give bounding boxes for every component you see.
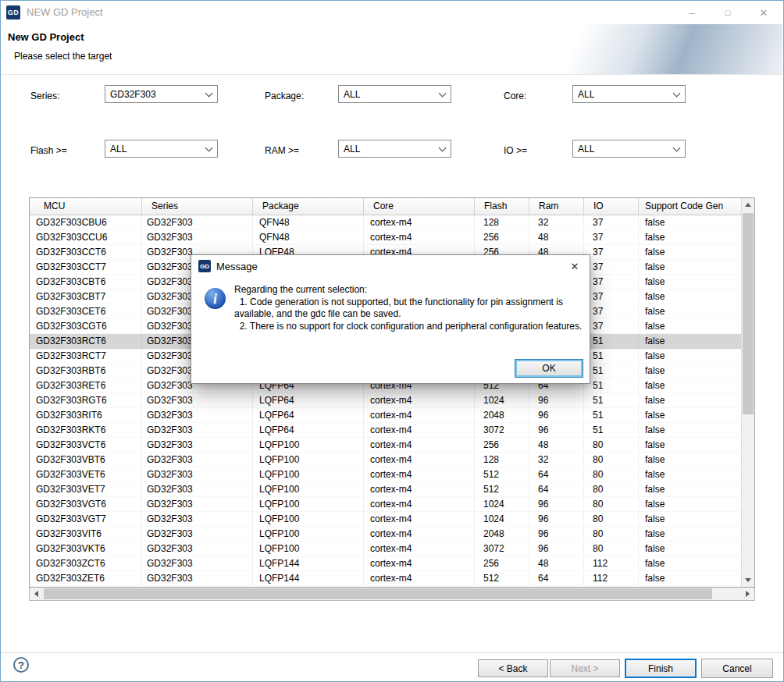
core-select[interactable]: ALL (572, 85, 686, 103)
table-cell: GD32F303 (142, 542, 253, 556)
series-value: GD32F303 (105, 89, 201, 100)
table-cell: cortex-m4 (364, 408, 475, 423)
table-row[interactable]: GD32F303VET6GD32F303LQFP100cortex-m45126… (30, 467, 754, 482)
io-select[interactable]: ALL (572, 140, 686, 158)
table-row[interactable]: GD32F303RGT6GD32F303LQFP64cortex-m410249… (30, 393, 754, 408)
table-row[interactable]: GD32F303ZET6GD32F303LQFP144cortex-m45126… (30, 571, 754, 586)
flash-label: Flash >= (30, 145, 67, 156)
table-row[interactable]: GD32F303CBU6GD32F303QFN48cortex-m4128323… (30, 215, 754, 230)
table-cell: 96 (529, 393, 584, 408)
column-header-series[interactable]: Series (142, 198, 253, 215)
table-row[interactable]: GD32F303VET7GD32F303LQFP100cortex-m45126… (30, 482, 754, 497)
app-logo-icon: GD (6, 5, 20, 20)
table-row[interactable]: GD32F303RIT6GD32F303LQFP64cortex-m420489… (30, 408, 754, 423)
table-row[interactable]: GD32F303VCT6GD32F303LQFP100cortex-m42564… (30, 438, 754, 453)
table-cell: false (639, 497, 743, 512)
core-label: Core: (504, 91, 526, 101)
table-cell: GD32F303 (142, 571, 253, 586)
table-cell: GD32F303VIT6 (30, 527, 142, 542)
scroll-down-icon[interactable] (742, 574, 754, 587)
horizontal-scrollbar[interactable] (29, 588, 755, 601)
table-cell: 51 (584, 349, 639, 364)
scroll-right-icon[interactable] (741, 588, 754, 600)
table-cell: GD32F303 (142, 215, 253, 230)
page-subtitle: Please select the target (14, 51, 112, 62)
column-header-io[interactable]: IO (584, 198, 639, 215)
package-select[interactable]: ALL (338, 85, 451, 103)
table-row[interactable]: GD32F303VBT6GD32F303LQFP100cortex-m41283… (30, 453, 754, 467)
chevron-down-icon (434, 140, 451, 157)
column-header-package[interactable]: Package (253, 198, 364, 215)
table-cell: GD32F303VET6 (30, 467, 142, 482)
close-icon[interactable]: ✕ (746, 1, 782, 24)
footer-divider (1, 652, 783, 653)
table-row[interactable]: GD32F303VIT6GD32F303LQFP100cortex-m42048… (30, 527, 754, 542)
title-bar: GD NEW GD Project – □ ✕ (1, 1, 783, 24)
table-cell: GD32F303 (142, 512, 253, 527)
table-cell: 96 (529, 542, 584, 556)
column-header-flash[interactable]: Flash (475, 198, 529, 215)
table-cell: GD32F303CGT6 (30, 319, 142, 334)
next-button[interactable]: Next > (550, 659, 620, 677)
page-title: New GD Project (8, 31, 84, 43)
io-value: ALL (573, 144, 668, 155)
cancel-button[interactable]: Cancel (701, 659, 773, 678)
column-header-ram[interactable]: Ram (529, 198, 584, 215)
table-cell: 96 (529, 423, 584, 438)
table-cell: 37 (584, 289, 639, 304)
dialog-title-bar: GD Message ✕ (191, 255, 590, 278)
table-cell: cortex-m4 (364, 482, 475, 497)
table-cell: 112 (584, 571, 639, 586)
table-cell: false (639, 319, 743, 334)
dialog-close-icon[interactable]: ✕ (563, 255, 586, 278)
table-row[interactable]: GD32F303VKT6GD32F303LQFP100cortex-m43072… (30, 542, 754, 556)
minimize-icon[interactable]: – (674, 1, 710, 24)
flash-select[interactable]: ALL (105, 140, 218, 158)
maximize-icon[interactable]: □ (710, 1, 746, 24)
table-cell: 32 (529, 215, 584, 230)
table-row[interactable]: GD32F303VGT7GD32F303LQFP100cortex-m41024… (30, 512, 754, 527)
table-cell: GD32F303 (142, 556, 253, 571)
ram-select[interactable]: ALL (338, 140, 451, 158)
table-cell: QFN48 (253, 215, 364, 230)
table-cell: 96 (529, 408, 584, 423)
table-cell: 37 (584, 230, 639, 245)
table-cell: GD32F303RCT7 (30, 349, 142, 364)
column-header-support-code-gen[interactable]: Support Code Gen (639, 198, 743, 215)
back-button[interactable]: < Back (478, 659, 548, 677)
table-cell: cortex-m4 (364, 571, 475, 586)
dialog-title: Message (216, 255, 258, 278)
table-cell: 51 (584, 423, 639, 438)
ok-button[interactable]: OK (515, 359, 583, 378)
table-cell: 80 (584, 467, 639, 482)
table-cell: LQFP64 (253, 423, 364, 438)
table-row[interactable]: GD32F303ZCT6GD32F303LQFP144cortex-m42564… (30, 556, 754, 571)
horizontal-scroll-thumb[interactable] (44, 588, 712, 599)
column-header-core[interactable]: Core (364, 198, 475, 215)
table-cell: 51 (584, 334, 639, 349)
table-cell: false (639, 467, 743, 482)
vertical-scroll-thumb[interactable] (743, 213, 754, 414)
table-cell: GD32F303ZET6 (30, 571, 142, 586)
table-cell: GD32F303RET6 (30, 378, 142, 393)
vertical-scrollbar[interactable] (741, 198, 754, 587)
table-cell: cortex-m4 (364, 393, 475, 408)
table-cell: 64 (529, 467, 584, 482)
wizard-window: GD NEW GD Project – □ ✕ New GD Project P… (0, 0, 784, 682)
series-select[interactable]: GD32F303 (105, 85, 218, 103)
table-cell: GD32F303 (142, 467, 253, 482)
help-button[interactable]: ? (13, 657, 29, 673)
table-row[interactable]: GD32F303RKT6GD32F303LQFP64cortex-m430729… (30, 423, 754, 438)
column-header-mcu[interactable]: MCU (30, 198, 142, 215)
scroll-up-icon[interactable] (742, 198, 754, 211)
table-cell: GD32F303VGT7 (30, 512, 142, 527)
io-label: IO >= (504, 145, 527, 156)
table-cell: 37 (584, 260, 639, 275)
table-cell: false (639, 542, 743, 556)
table-row[interactable]: GD32F303VGT6GD32F303LQFP100cortex-m41024… (30, 497, 754, 512)
window-title: NEW GD Project (27, 1, 103, 24)
finish-button[interactable]: Finish (625, 659, 697, 678)
scroll-left-icon[interactable] (30, 588, 43, 600)
table-cell: GD32F303 (142, 408, 253, 423)
table-row[interactable]: GD32F303CCU6GD32F303QFN48cortex-m4256483… (30, 230, 754, 245)
